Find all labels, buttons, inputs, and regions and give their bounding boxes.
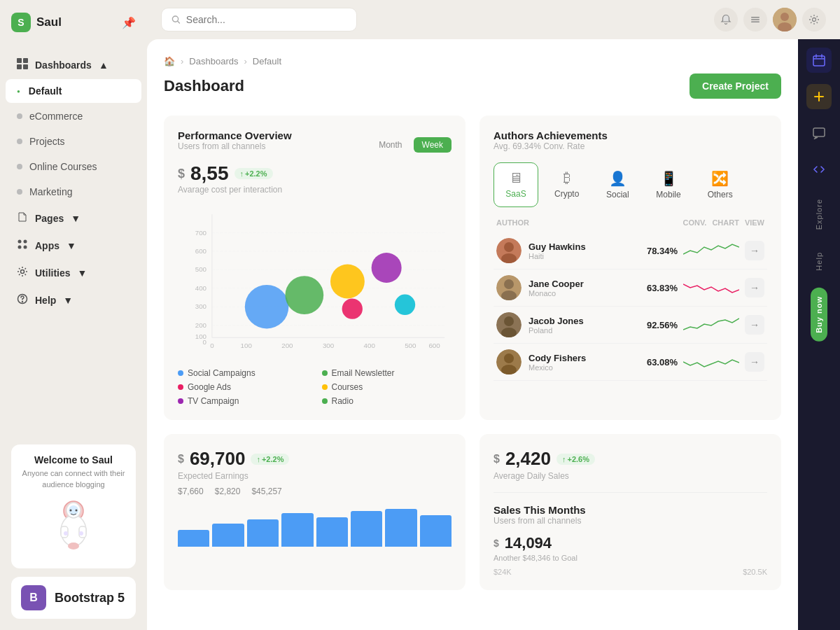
- author-conv-2: 92.56%: [647, 320, 678, 330]
- author-name-2: Jacob Jones: [528, 316, 584, 326]
- svg-point-63: [504, 279, 514, 289]
- astronaut-illustration: [46, 497, 102, 553]
- message-icon[interactable]: [806, 120, 832, 146]
- calendar-icon[interactable]: [806, 48, 832, 73]
- sidebar-item-marketing[interactable]: Marketing: [6, 180, 141, 204]
- sales-month-subtitle: Users from all channels: [493, 516, 767, 526]
- svg-text:500: 500: [195, 265, 207, 273]
- author-info-2: Jacob Jones Poland: [496, 312, 641, 337]
- legend-email: Email Newsletter: [322, 368, 452, 378]
- dot-icon: [17, 189, 22, 195]
- bootstrap-logo: B: [21, 585, 46, 610]
- svg-rect-72: [813, 128, 825, 136]
- svg-point-56: [372, 253, 402, 283]
- bar-0: [178, 530, 209, 547]
- sidebar-item-projects[interactable]: Projects: [6, 130, 141, 153]
- earnings-stats: $7,660 $2,820 $45,257: [178, 486, 451, 496]
- plus-icon[interactable]: [806, 84, 832, 109]
- mobile-icon: 📱: [660, 170, 678, 187]
- settings-icon[interactable]: [802, 8, 826, 31]
- breadcrumb: 🏠 › Dashboards › Default: [164, 56, 781, 66]
- tab-others[interactable]: 🔀 Others: [697, 162, 743, 207]
- welcome-title: Welcome to Saul: [21, 454, 126, 465]
- welcome-card: Welcome to Saul Anyone can connect with …: [11, 444, 136, 568]
- search-input[interactable]: [186, 14, 346, 25]
- app-logo: S: [11, 13, 31, 32]
- author-name-1: Jane Cooper: [528, 279, 584, 289]
- pin-icon[interactable]: 📌: [122, 16, 136, 29]
- legend-social: Social Campaigns: [178, 368, 308, 378]
- crypto-icon: ₿: [564, 170, 570, 186]
- metric-badge: +2.2%: [234, 168, 273, 179]
- svg-point-27: [780, 13, 789, 21]
- svg-point-17: [68, 542, 79, 550]
- help-label[interactable]: Help: [812, 246, 826, 276]
- svg-point-20: [70, 510, 72, 512]
- sidebar-item-dashboards[interactable]: Dashboards ▲: [6, 52, 141, 78]
- bootstrap-banner: B Bootstrap 5: [11, 577, 136, 619]
- tab-month[interactable]: Month: [370, 137, 410, 153]
- svg-text:600: 600: [195, 247, 207, 255]
- sidebar-item-online-courses[interactable]: Online Courses: [6, 155, 141, 178]
- bar-5: [351, 511, 382, 547]
- tab-saas[interactable]: 🖥 SaaS: [493, 162, 538, 207]
- svg-point-18: [64, 531, 68, 536]
- author-view-1[interactable]: →: [745, 278, 764, 298]
- sidebar-item-ecommerce[interactable]: eCommerce: [6, 104, 141, 128]
- legend-radio: Radio: [322, 396, 452, 406]
- chevron-icon: ▼: [63, 295, 73, 306]
- author-avatar-3: [496, 349, 522, 374]
- svg-rect-71: [813, 56, 825, 66]
- menu-icon[interactable]: [743, 8, 767, 31]
- svg-text:600: 600: [428, 342, 440, 349]
- author-country-2: Poland: [528, 326, 584, 335]
- authors-title: Authors Achievements: [493, 130, 608, 141]
- notifications-icon[interactable]: [714, 8, 738, 31]
- author-view-2[interactable]: →: [745, 315, 764, 335]
- create-project-button[interactable]: Create Project: [690, 74, 781, 99]
- svg-text:200: 200: [281, 342, 293, 349]
- sidebar-bottom: Welcome to Saul Anyone can connect with …: [0, 433, 147, 630]
- sidebar-item-default[interactable]: Default: [6, 79, 141, 103]
- sidebar-item-help[interactable]: Help ▼: [6, 287, 141, 313]
- user-avatar[interactable]: [773, 8, 797, 31]
- explore-label[interactable]: Explore: [812, 193, 826, 235]
- author-view-0[interactable]: →: [745, 241, 764, 260]
- author-view-3[interactable]: →: [745, 352, 764, 372]
- svg-text:400: 400: [364, 342, 376, 349]
- tab-week[interactable]: Week: [414, 137, 451, 153]
- nav-section-dashboards: Dashboards ▲ Default eCommerce Projects …: [0, 52, 147, 204]
- tab-mobile[interactable]: 📱 Mobile: [645, 162, 691, 207]
- search-box[interactable]: [161, 8, 357, 31]
- sidebar-item-pages[interactable]: Pages ▼: [6, 205, 141, 231]
- right-panel: Explore Help Buy now: [798, 39, 840, 630]
- code-icon[interactable]: [806, 157, 832, 182]
- author-row-1: Jane Cooper Monaco 63.83% →: [493, 270, 767, 307]
- dot-icon: [17, 164, 22, 169]
- performance-header: Performance Overview Users from all chan…: [178, 130, 451, 160]
- author-info-1: Jane Cooper Monaco: [496, 275, 641, 300]
- content-area: 🏠 › Dashboards › Default Dashboard Creat…: [147, 39, 840, 630]
- author-conv-0: 78.34%: [647, 246, 678, 256]
- bar-6: [385, 509, 416, 547]
- earnings-label: Expected Earnings: [178, 471, 289, 481]
- sidebar-item-apps[interactable]: Apps ▼: [6, 232, 141, 258]
- svg-rect-24: [751, 19, 760, 20]
- topbar: [147, 0, 840, 39]
- main-wrap: 🏠 › Dashboards › Default Dashboard Creat…: [147, 0, 840, 630]
- tab-crypto[interactable]: ₿ Crypto: [544, 162, 589, 207]
- welcome-subtitle: Anyone can connect with their audience b…: [21, 468, 126, 490]
- breadcrumb-dashboards[interactable]: Dashboards: [189, 56, 238, 66]
- tab-social[interactable]: 👤 Social: [595, 162, 640, 207]
- metric-label: Avarage cost per interaction: [178, 185, 451, 195]
- sidebar-item-utilities[interactable]: Utilities ▼: [6, 260, 141, 286]
- legend-dot-google: [178, 384, 183, 390]
- author-avatar-0: [496, 238, 522, 263]
- svg-point-7: [24, 246, 27, 249]
- authors-card: Authors Achievements Avg. 69.34% Conv. R…: [479, 115, 781, 420]
- author-chart-3: [683, 351, 739, 372]
- buy-now-label[interactable]: Buy now: [811, 288, 827, 342]
- svg-rect-25: [751, 22, 760, 23]
- others-icon: 🔀: [711, 170, 729, 187]
- svg-text:400: 400: [195, 284, 207, 292]
